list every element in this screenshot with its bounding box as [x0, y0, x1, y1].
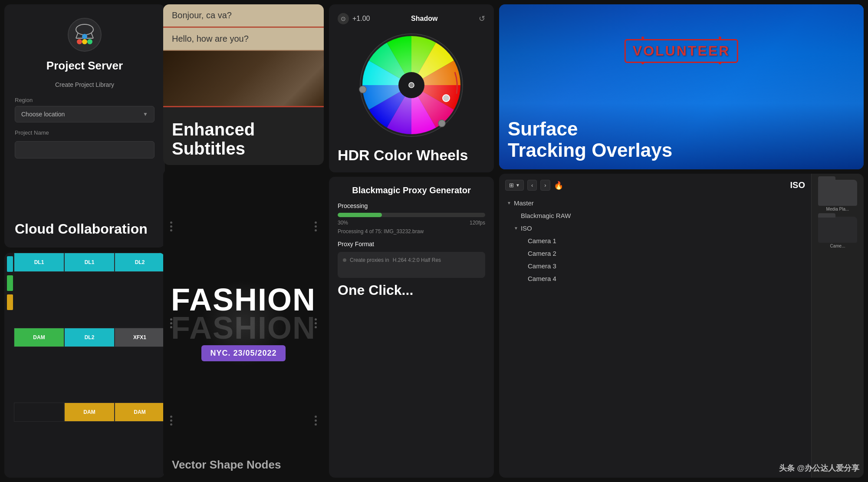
tracking-dot-tl — [641, 36, 644, 39]
chevron-left-icon: ‹ — [531, 182, 533, 188]
timeline-indicator-cyan — [7, 256, 13, 272]
hdr-header: ⊙ +1.00 Shadow ↺ — [338, 13, 485, 24]
hdr-color-wheels-panel: ⊙ +1.00 Shadow ↺ — [329, 4, 494, 172]
layout-icon: ⊞ — [509, 182, 514, 188]
camera2-tree-item[interactable]: Camera 2 — [505, 247, 805, 260]
proxy-format-label: Proxy Format — [338, 241, 485, 248]
project-name-label: Project Name — [15, 129, 155, 136]
camera3-tree-item[interactable]: Camera 3 — [505, 260, 805, 272]
fire-icon: 🔥 — [554, 181, 563, 190]
iso-layout-button[interactable]: ⊞ ▼ — [505, 180, 524, 191]
iso-panel: ⊞ ▼ ‹ › 🔥 ISO ▼ Master Blackmagic RAW — [499, 174, 864, 478]
table-row: XFX1 — [115, 328, 165, 347]
middle-right-column: ⊙ +1.00 Shadow ↺ — [329, 4, 494, 478]
region-dropdown[interactable]: Choose location ▼ — [15, 106, 155, 122]
camera4-tree-item[interactable]: Camera 4 — [505, 272, 805, 285]
media-plate-label: Media Pla... — [818, 207, 857, 211]
iso-prev-button[interactable]: ‹ — [527, 180, 537, 191]
volunteer-text: VOLUNTEER — [633, 43, 730, 59]
svg-point-8 — [82, 34, 87, 39]
proxy-progress-pct: 30% — [338, 220, 348, 226]
camera1-tree-item[interactable]: Camera 1 — [505, 234, 805, 247]
surface-tracking-title: Surface Tracking Overlays — [508, 119, 672, 161]
chevron-right-icon: › — [544, 182, 546, 188]
iso-next-button[interactable]: › — [540, 180, 550, 191]
camera3-label: Camera 3 — [528, 262, 556, 270]
fashion-date-badge: NYC. 23/05/2022 — [201, 345, 285, 361]
proxy-format-desc: Create proxies in — [350, 257, 389, 263]
proxy-format-spec: H.264 4:2:0 Half Res — [393, 257, 441, 263]
camera-folder: Came... — [818, 217, 857, 248]
timeline-indicator-green — [7, 275, 13, 291]
svg-point-6 — [82, 39, 87, 44]
project-name-section: Project Name — [15, 129, 155, 158]
volunteer-box: VOLUNTEER — [625, 39, 738, 63]
project-name-input[interactable] — [15, 141, 155, 158]
raw-label: Blackmagic RAW — [521, 212, 571, 219]
fashion-main-text: FASHION — [171, 286, 316, 314]
camera2-label: Camera 2 — [528, 250, 556, 257]
layout-chevron-icon: ▼ — [516, 183, 520, 188]
iso-tree-item[interactable]: ▼ ISO — [505, 222, 805, 234]
table-row: DL2 — [64, 328, 115, 347]
tracking-dot-tr — [719, 36, 721, 39]
color-wheel-container — [338, 29, 485, 142]
middle-left-column: Bonjour, ca va? Hello, how are you? Enha… — [163, 4, 324, 478]
proxy-generator-panel: Blackmagic Proxy Generator Processing 30… — [329, 177, 494, 478]
region-section: Region Choose location ▼ — [15, 97, 155, 122]
region-label: Region — [15, 97, 155, 103]
color-wheel-svg — [355, 29, 468, 142]
proxy-fps: 120fps — [470, 220, 485, 226]
raw-tree-item[interactable]: Blackmagic RAW — [505, 209, 805, 222]
svg-point-14 — [409, 83, 414, 88]
davinci-logo-icon — [67, 17, 102, 52]
camera-folder-label: Came... — [818, 244, 857, 248]
table-row: DAM — [64, 403, 115, 422]
table-row: DAM — [14, 328, 64, 347]
fashion-panel: FASHION FASHION NYC. 23/05/2022 Vector S… — [163, 169, 324, 478]
project-server-panel: Project Server Create Project Library Re… — [4, 4, 165, 248]
subtitle-video-thumbnail — [163, 51, 324, 107]
tracking-dot-bl — [641, 62, 644, 64]
proxy-format-box: Create proxies in H.264 4:2:0 Half Res — [338, 252, 485, 278]
hdr-color-wheels-title: HDR Color Wheels — [338, 147, 485, 164]
cloud-collab-title: Cloud Collaboration — [15, 211, 148, 237]
iso-tree-section: ⊞ ▼ ‹ › 🔥 ISO ▼ Master Blackmagic RAW — [499, 174, 812, 478]
proxy-progress-bar — [338, 213, 485, 217]
master-chevron-icon: ▼ — [507, 201, 511, 205]
table-row — [14, 403, 64, 422]
proxy-format-row: Create proxies in H.264 4:2:0 Half Res — [343, 257, 480, 263]
watermark: 头条 @办公达人爱分享 — [779, 463, 859, 473]
enhanced-subtitles-label: EnhancedSubtitles — [172, 120, 255, 158]
enhanced-subtitles-panel: Bonjour, ca va? Hello, how are you? Enha… — [163, 4, 324, 165]
proxy-processing-label: Processing — [338, 202, 485, 209]
table-row: DL1 — [64, 253, 115, 272]
right-column: VOLUNTEER Surface Tracking Overlays ⊞ ▼ … — [499, 4, 864, 478]
dropdown-arrow-icon: ▼ — [143, 111, 148, 117]
folder-icon — [818, 180, 857, 206]
camera1-label: Camera 1 — [528, 237, 556, 244]
iso-media-section: Media Pla... Came... — [812, 174, 864, 478]
timeline-indicator-yellow — [7, 294, 13, 310]
one-click-title: One Click... — [338, 282, 485, 298]
hdr-reset-icon[interactable]: ↺ — [479, 14, 485, 23]
iso-chevron-icon: ▼ — [514, 226, 518, 231]
iso-label: ISO — [521, 224, 532, 232]
svg-point-5 — [77, 39, 82, 44]
hdr-shadow-value: +1.00 — [352, 15, 370, 23]
proxy-title: Blackmagic Proxy Generator — [338, 185, 485, 195]
subtitle-line-2: Hello, how are you? — [163, 28, 324, 51]
table-row: DAM — [115, 403, 165, 422]
master-tree-item[interactable]: ▼ Master — [505, 197, 805, 209]
hdr-shadow-title: Shadow — [411, 15, 437, 23]
media-plate-folder: Media Pla... — [818, 180, 857, 211]
enhanced-subtitles-title: EnhancedSubtitles — [172, 120, 255, 158]
iso-title-label: ISO — [790, 180, 805, 190]
vector-shape-nodes-label: Vector Shape Nodes — [172, 458, 281, 472]
subtitle-line-1: Bonjour, ca va? — [163, 4, 324, 28]
proxy-progress-info: 30% 120fps — [338, 220, 485, 226]
proxy-file-text: Processing 4 of 75: IMG_33232.braw — [338, 228, 485, 234]
table-row: DL2 — [115, 253, 165, 272]
svg-point-15 — [443, 95, 450, 102]
scope-icon: ⊙ — [341, 15, 346, 22]
